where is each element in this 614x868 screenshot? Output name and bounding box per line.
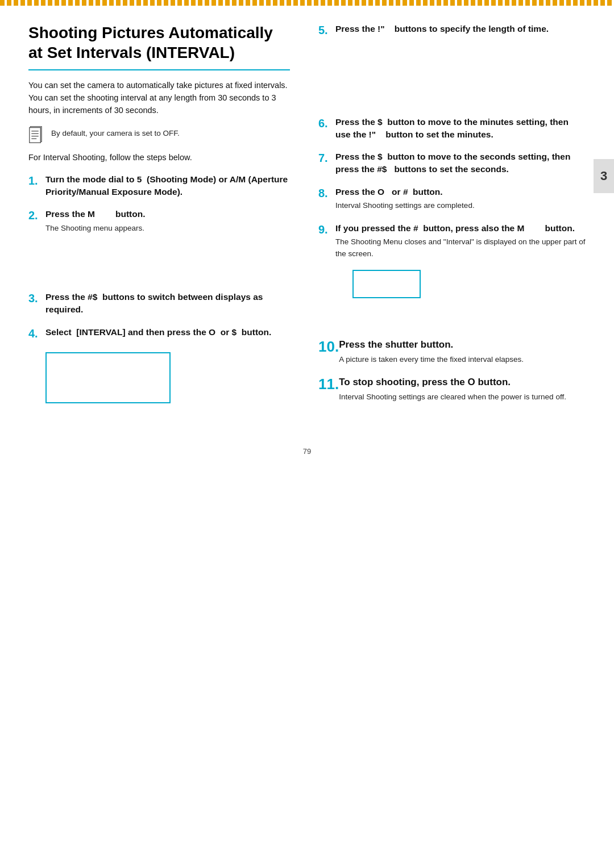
step-8-number: 8.: [318, 186, 335, 201]
step-4-title: Select [INTERVAL] and then press the O o…: [45, 327, 271, 337]
step-2-title: Press the Mbutton.: [45, 209, 146, 219]
step-5: 5. Press the !" buttons to specify the l…: [318, 23, 586, 37]
step-1-title: Turn the mode dial to 5 (Shooting Mode) …: [45, 174, 288, 197]
step-4-number: 4.: [28, 326, 45, 341]
intro-text: You can set the camera to automatically …: [28, 80, 290, 116]
note-text: By default, your camera is set to OFF.: [51, 126, 180, 139]
step-2-number: 2.: [28, 208, 45, 223]
step-1: 1. Turn the mode dial to 5 (Shooting Mod…: [28, 173, 290, 198]
step-7-content: Press the $ button to move to the second…: [335, 151, 586, 175]
step-8-title: Press the O or # button.: [335, 187, 443, 197]
screen-image-left: [45, 352, 171, 403]
step-4: 4. Select [INTERVAL] and then press the …: [28, 326, 290, 341]
step-11-sub: Interval Shooting settings are cleared w…: [339, 391, 586, 403]
step-8: 8. Press the O or # button. Interval Sho…: [318, 186, 586, 212]
step-10-sub: A picture is taken every time the fixed …: [339, 354, 586, 365]
left-column: Shooting Pictures Automatically at Set I…: [28, 23, 307, 413]
step-3-content: Press the #$ buttons to switch between d…: [45, 291, 290, 315]
step-6-content: Press the $ button to move to the minute…: [335, 116, 586, 140]
svg-rect-1: [30, 128, 41, 143]
page-number-value: 79: [303, 447, 311, 456]
step-9-title: If you pressed the # button, press also …: [335, 223, 575, 233]
step-3: 3. Press the #$ buttons to switch betwee…: [28, 291, 290, 315]
step-10-title: Press the shutter button.: [339, 339, 453, 350]
step-7-title: Press the $ button to move to the second…: [335, 152, 570, 174]
step-7: 7. Press the $ button to move to the sec…: [318, 151, 586, 175]
step-11-title: To stop shooting, press the O button.: [339, 377, 511, 387]
chapter-number: 3: [600, 169, 607, 183]
step-3-number: 3.: [28, 291, 45, 306]
top-border: [0, 0, 614, 6]
step-9-spacer: [318, 304, 586, 338]
step-9-content: If you pressed the # button, press also …: [335, 222, 586, 260]
step-6-number: 6.: [318, 116, 335, 131]
step-11: 11. To stop shooting, press the O button…: [318, 375, 586, 403]
content-area: Shooting Pictures Automatically at Set I…: [0, 6, 614, 436]
step-6-title: Press the $ button to move to the minute…: [335, 117, 569, 139]
step-11-number: 11.: [318, 375, 339, 393]
step-10-number: 10.: [318, 338, 339, 356]
chapter-tab: 3: [594, 159, 614, 193]
step-10: 10. Press the shutter button. A picture …: [318, 338, 586, 365]
step-9-number: 9.: [318, 222, 335, 237]
step-5-image-spacer: [318, 48, 586, 116]
step-1-number: 1.: [28, 173, 45, 188]
step-2-content: Press the Mbutton. The Shooting menu app…: [45, 208, 290, 234]
step-11-content: To stop shooting, press the O button. In…: [339, 375, 586, 403]
step-9-sub: The Shooting Menu closes and "Interval" …: [335, 236, 586, 260]
step-8-content: Press the O or # button. Interval Shooti…: [335, 186, 586, 212]
step-5-content: Press the !" buttons to specify the leng…: [335, 23, 586, 35]
step-5-number: 5.: [318, 23, 335, 37]
step-7-number: 7.: [318, 151, 335, 165]
step-4-content: Select [INTERVAL] and then press the O o…: [45, 326, 290, 339]
title-underline: [28, 69, 290, 70]
step-8-sub: Interval Shooting settings are completed…: [335, 200, 586, 211]
step-10-content: Press the shutter button. A picture is t…: [339, 338, 586, 365]
page-title: Shooting Pictures Automatically at Set I…: [28, 23, 290, 62]
note-box: By default, your camera is set to OFF.: [28, 126, 290, 144]
step-2: 2. Press the Mbutton. The Shooting menu …: [28, 208, 290, 234]
screen-image-right: [352, 270, 421, 298]
note-icon: [28, 126, 47, 144]
page-number: 79: [0, 447, 614, 467]
step-3-title: Press the #$ buttons to switch between d…: [45, 292, 263, 314]
step-2-sub: The Shooting menu appears.: [45, 223, 290, 234]
step-9: 9. If you pressed the # button, press al…: [318, 222, 586, 260]
left-steps-section: 1. Turn the mode dial to 5 (Shooting Mod…: [28, 173, 290, 403]
right-column: 5. Press the !" buttons to specify the l…: [307, 23, 586, 413]
for-interval-text: For Interval Shooting, follow the steps …: [28, 152, 290, 164]
step-6: 6. Press the $ button to move to the min…: [318, 116, 586, 140]
step-5-title: Press the !" buttons to specify the leng…: [335, 24, 549, 34]
page-container: 3 Shooting Pictures Automatically at Set…: [0, 0, 614, 868]
step-1-content: Turn the mode dial to 5 (Shooting Mode) …: [45, 173, 290, 198]
